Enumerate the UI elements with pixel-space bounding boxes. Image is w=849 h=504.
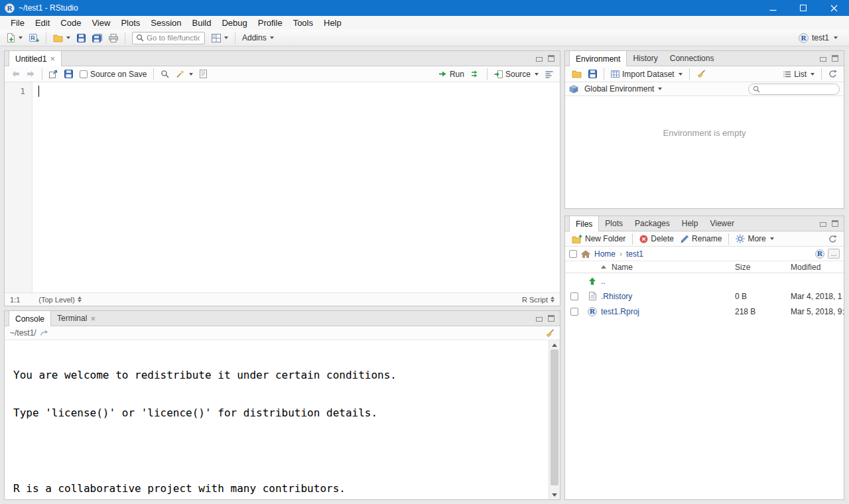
code-editor[interactable]: 1	[5, 82, 560, 292]
back-button[interactable]	[9, 68, 23, 81]
rename-button[interactable]: Rename	[678, 232, 724, 245]
code-tools-button[interactable]	[173, 68, 196, 81]
console-output[interactable]: You are welcome to redistribute it under…	[5, 340, 549, 499]
delete-button[interactable]: Delete	[637, 232, 677, 245]
tab-history[interactable]: History	[627, 51, 663, 66]
new-file-button[interactable]	[4, 31, 25, 45]
menu-build[interactable]: Build	[187, 17, 217, 29]
pane-maximize-icon[interactable]	[832, 220, 838, 227]
menu-view[interactable]: View	[86, 17, 115, 29]
goto-file-box[interactable]	[132, 32, 205, 44]
ellipsis-button[interactable]: ...	[828, 249, 840, 259]
pane-maximize-icon[interactable]	[548, 315, 555, 322]
outline-button[interactable]	[543, 68, 556, 81]
environment-search-input[interactable]	[763, 85, 835, 93]
maximize-button[interactable]	[788, 0, 818, 16]
tab-viewer[interactable]: Viewer	[704, 216, 740, 231]
column-header-modified[interactable]: Modified	[791, 263, 844, 272]
menu-debug[interactable]: Debug	[216, 17, 252, 29]
tab-terminal[interactable]: Terminal	[51, 311, 101, 326]
save-source-button[interactable]	[62, 68, 76, 81]
pane-maximize-icon[interactable]	[832, 55, 838, 62]
tab-untitled1[interactable]: Untitled1	[9, 51, 62, 66]
console-scrollbar[interactable]	[549, 340, 560, 499]
new-folder-button[interactable]: New Folder	[569, 232, 628, 245]
breadcrumb-home-link[interactable]: Home	[594, 249, 616, 259]
find-replace-button[interactable]	[158, 68, 172, 81]
pane-minimize-icon[interactable]	[536, 317, 543, 322]
import-dataset-button[interactable]: Import Dataset	[608, 68, 685, 81]
run-button[interactable]: Run	[436, 68, 467, 81]
breadcrumb-project-link[interactable]: test1	[626, 249, 643, 259]
pane-minimize-icon[interactable]	[820, 222, 826, 227]
clear-environment-button[interactable]	[694, 68, 708, 81]
file-link[interactable]: test1.Rproj	[601, 307, 639, 316]
pane-minimize-icon[interactable]	[820, 57, 826, 62]
menu-code[interactable]: Code	[55, 17, 86, 29]
new-project-button[interactable]	[27, 31, 42, 45]
row-checkbox[interactable]	[570, 308, 578, 316]
source-on-save-checkbox[interactable]	[80, 70, 88, 78]
save-button[interactable]	[74, 31, 88, 45]
source-button[interactable]: Source	[491, 68, 541, 81]
source-on-save-toggle[interactable]: Source on Save	[77, 68, 149, 81]
rerun-button[interactable]	[468, 68, 483, 81]
scroll-up-button[interactable]	[549, 340, 560, 349]
row-checkbox[interactable]	[570, 292, 578, 300]
column-header-size[interactable]: Size	[735, 263, 791, 272]
table-row-parent-dir[interactable]: ..	[565, 273, 844, 288]
column-header-name[interactable]: Name	[601, 263, 735, 272]
close-icon[interactable]	[50, 54, 55, 63]
project-menu-button[interactable]: test1	[795, 31, 841, 45]
scroll-down-button[interactable]	[549, 490, 560, 499]
load-workspace-button[interactable]	[569, 68, 584, 81]
table-row-rproj[interactable]: test1.Rproj 218 B Mar 5, 2018, 9:	[565, 304, 844, 319]
addins-button[interactable]: Addins	[239, 31, 277, 45]
popout-button[interactable]	[46, 68, 60, 81]
tab-files[interactable]: Files	[569, 216, 599, 231]
menu-session[interactable]: Session	[145, 17, 186, 29]
close-icon[interactable]	[90, 314, 96, 323]
console-output-area[interactable]: You are welcome to redistribute it under…	[5, 340, 560, 499]
menu-edit[interactable]: Edit	[30, 17, 55, 29]
file-link[interactable]: ..	[601, 277, 606, 286]
file-link[interactable]: .Rhistory	[601, 292, 632, 301]
minimize-button[interactable]	[757, 0, 788, 16]
environment-scope-selector[interactable]: Global Environment	[582, 82, 665, 95]
edit-area[interactable]	[33, 82, 560, 292]
tab-console[interactable]: Console	[9, 311, 51, 326]
pane-maximize-icon[interactable]	[548, 55, 555, 62]
menu-tools[interactable]: Tools	[288, 17, 318, 29]
refresh-environment-button[interactable]	[826, 68, 840, 81]
compile-report-button[interactable]	[197, 68, 210, 81]
menu-file[interactable]: File	[5, 17, 30, 29]
clear-console-icon[interactable]	[545, 329, 555, 338]
tab-environment[interactable]: Environment	[569, 51, 627, 66]
scope-selector[interactable]: (Top Level)	[38, 296, 81, 304]
refresh-files-button[interactable]	[826, 232, 840, 245]
menu-help[interactable]: Help	[318, 17, 347, 29]
pane-layout-button[interactable]	[209, 31, 231, 45]
print-button[interactable]	[106, 31, 121, 45]
menu-profile[interactable]: Profile	[253, 17, 288, 29]
tab-connections[interactable]: Connections	[664, 51, 720, 66]
scrollbar-thumb[interactable]	[551, 349, 558, 485]
table-row-rhistory[interactable]: .Rhistory 0 B Mar 4, 2018, 1	[565, 288, 844, 304]
close-button[interactable]	[818, 0, 849, 16]
goto-file-input[interactable]	[147, 34, 200, 42]
save-workspace-button[interactable]	[586, 68, 600, 81]
show-directory-icon[interactable]	[40, 330, 48, 336]
open-file-button[interactable]	[50, 31, 73, 45]
file-type-selector[interactable]: R Script	[522, 296, 555, 304]
menu-plots[interactable]: Plots	[115, 17, 145, 29]
more-button[interactable]: More	[733, 232, 776, 245]
tab-packages[interactable]: Packages	[629, 216, 676, 231]
pane-minimize-icon[interactable]	[536, 57, 543, 62]
tab-plots[interactable]: Plots	[599, 216, 629, 231]
forward-button[interactable]	[24, 68, 38, 81]
tab-help[interactable]: Help	[676, 216, 704, 231]
select-all-checkbox[interactable]	[569, 250, 577, 258]
save-all-button[interactable]	[90, 31, 105, 45]
environment-search-box[interactable]	[748, 84, 840, 95]
list-view-button[interactable]: List	[781, 68, 817, 81]
